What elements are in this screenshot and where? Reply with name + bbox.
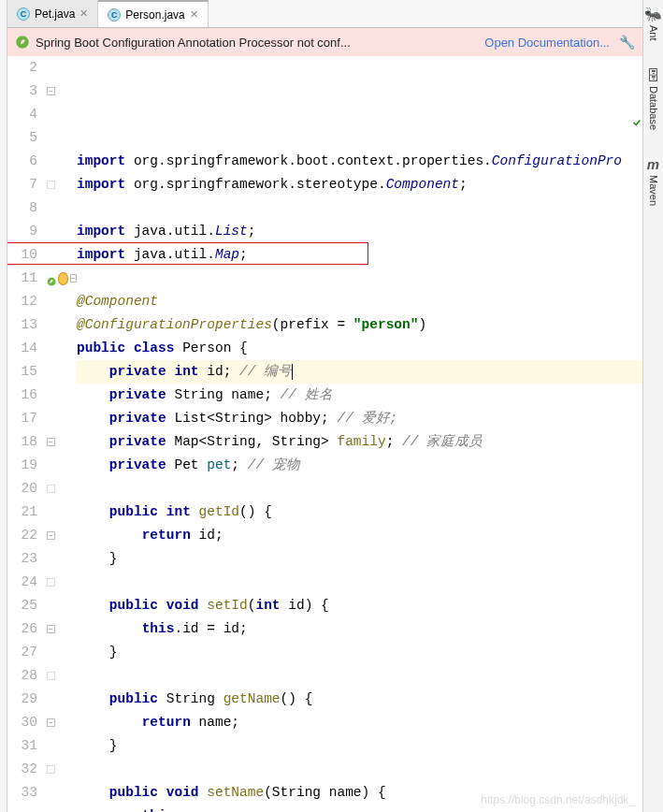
text-cursor: [292, 364, 293, 380]
gutter-marker-row: [45, 360, 77, 384]
line-gutter: 2345678910111213141516171819202122232425…: [7, 56, 45, 812]
code-line[interactable]: [77, 196, 642, 220]
code-line[interactable]: [77, 126, 642, 150]
gutter-marker-row: −: [45, 524, 77, 547]
code-line[interactable]: [77, 758, 642, 781]
db-icon: 🗄: [646, 67, 660, 83]
gutter-marker-row: [45, 313, 77, 337]
code-line[interactable]: public class Person {: [77, 337, 642, 360]
code-line[interactable]: private Map<String, String> family; // 家…: [77, 430, 642, 454]
gutter-marker-row: [45, 594, 77, 617]
gutter-marker-row: [45, 571, 77, 594]
code-line[interactable]: return name;: [77, 711, 642, 734]
marker-column: − −− − − −: [45, 56, 77, 812]
tool-maven[interactable]: mMaven: [647, 156, 659, 206]
close-icon[interactable]: ✕: [190, 8, 198, 21]
code-line[interactable]: }: [77, 641, 642, 664]
spring-leaf-icon: [47, 272, 56, 285]
code-line[interactable]: private String name; // 姓名: [77, 384, 642, 407]
close-icon[interactable]: ✕: [79, 7, 88, 20]
tab-pet-java[interactable]: CPet.java✕: [7, 0, 98, 27]
tab-label: Pet.java: [35, 7, 75, 21]
code-editor[interactable]: 2345678910111213141516171819202122232425…: [7, 56, 642, 812]
code-line[interactable]: private List<String> hobby; // 爱好;: [77, 407, 642, 430]
code-area[interactable]: import org.springframework.boot.context.…: [77, 56, 642, 812]
gutter-marker-row: −: [45, 617, 77, 641]
tool-database[interactable]: 🗄Database: [646, 67, 660, 130]
inspection-ok-icon[interactable]: [632, 112, 641, 122]
gutter-marker-row: [45, 196, 77, 220]
code-line[interactable]: @Component: [77, 290, 642, 313]
gutter-marker-row: [45, 220, 77, 243]
code-line[interactable]: this.id = id;: [77, 617, 642, 641]
gutter-marker-row: [45, 641, 77, 664]
spring-icon: [15, 35, 30, 50]
wrench-icon[interactable]: 🔧: [619, 35, 635, 50]
gutter-marker-row: −: [45, 430, 77, 454]
code-line[interactable]: [77, 477, 642, 500]
fold-toggle[interactable]: −: [47, 87, 55, 95]
gutter-marker-row: [45, 688, 77, 711]
gutter-marker-row: [45, 290, 77, 313]
code-line[interactable]: private Pet pet; // 宠物: [77, 454, 642, 477]
code-line[interactable]: [77, 664, 642, 688]
gutter-marker-row: [45, 103, 77, 126]
gutter-marker-row: [45, 758, 77, 781]
code-line[interactable]: public String getName() {: [77, 688, 642, 711]
ant-icon: 🐜: [644, 6, 662, 22]
gutter-marker-row: [45, 454, 77, 477]
code-line[interactable]: import org.springframework.stereotype.Co…: [77, 173, 642, 196]
gutter-marker-row: [45, 781, 77, 805]
gutter-marker-row: [45, 407, 77, 430]
gutter-marker-row: −: [45, 80, 77, 103]
notification-banner: Spring Boot Configuration Annotation Pro…: [7, 28, 642, 56]
fold-toggle[interactable]: −: [47, 531, 55, 540]
class-icon: C: [17, 7, 30, 21]
tool-ant[interactable]: 🐜Ant: [644, 6, 662, 41]
gutter-marker-row: −: [45, 711, 77, 734]
code-line[interactable]: public int getId() {: [77, 500, 642, 524]
code-line[interactable]: import java.util.Map;: [77, 243, 642, 267]
tab-label: Person.java: [125, 8, 184, 22]
m-icon: m: [647, 156, 659, 172]
gutter-marker-row: −: [45, 267, 77, 290]
code-line[interactable]: }: [77, 547, 642, 571]
bulb-icon[interactable]: [58, 272, 68, 285]
fold-toggle[interactable]: −: [47, 718, 55, 727]
watermark: https://blog.csdn.net/asdhkjdk_: [481, 793, 635, 806]
code-line[interactable]: import java.util.List;: [77, 220, 642, 243]
tool-label: Database: [648, 86, 659, 130]
fold-toggle[interactable]: −: [70, 274, 77, 283]
code-line[interactable]: [77, 571, 642, 594]
gutter-marker-row: [45, 337, 77, 360]
gutter-marker-row: [45, 477, 77, 500]
class-icon: C: [108, 8, 121, 22]
banner-link[interactable]: Open Documentation...: [484, 36, 610, 50]
gutter-marker-row: [45, 500, 77, 524]
code-line[interactable]: import org.springframework.boot.context.…: [77, 150, 642, 173]
gutter-marker-row: [45, 734, 77, 758]
editor-tabs: CPet.java✕CPerson.java✕: [7, 0, 642, 28]
gutter-marker-row: [45, 173, 77, 196]
banner-text: Spring Boot Configuration Annotation Pro…: [36, 36, 479, 50]
tool-label: Maven: [648, 175, 659, 206]
code-line[interactable]: public void setId(int id) {: [77, 594, 642, 617]
code-line[interactable]: }: [77, 734, 642, 758]
tab-person-java[interactable]: CPerson.java✕: [98, 0, 208, 27]
gutter-marker-row: [45, 547, 77, 571]
gutter-marker-row: [45, 126, 77, 150]
fold-toggle[interactable]: −: [47, 438, 55, 446]
left-tool-ribbon: [0, 0, 7, 812]
gutter-marker-row: [45, 664, 77, 688]
right-tool-strip: 🐜Ant🗄DatabasemMaven: [642, 0, 663, 812]
fold-toggle[interactable]: −: [47, 625, 55, 633]
code-line[interactable]: private int id; // 编号: [77, 360, 642, 384]
code-line[interactable]: @ConfigurationProperties(prefix = "perso…: [77, 313, 642, 337]
gutter-marker-row: [45, 243, 77, 267]
gutter-marker-row: [45, 384, 77, 407]
tool-label: Ant: [648, 25, 659, 41]
code-line[interactable]: return id;: [77, 524, 642, 547]
code-line[interactable]: [77, 267, 642, 290]
gutter-marker-row: [45, 56, 77, 80]
gutter-marker-row: [45, 150, 77, 173]
